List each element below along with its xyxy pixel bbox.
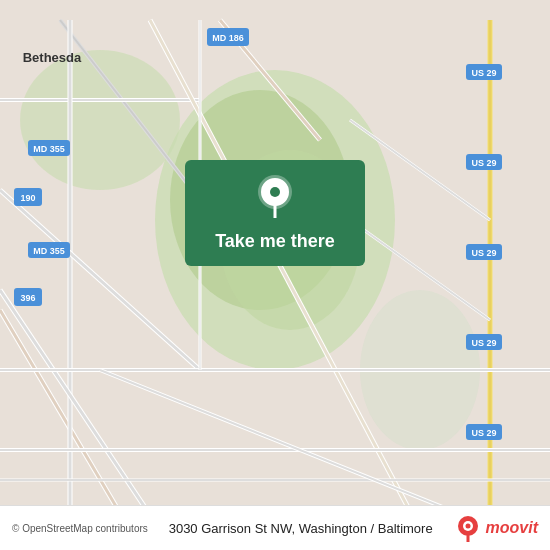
location-pin-icon — [257, 174, 293, 218]
svg-text:396: 396 — [20, 293, 35, 303]
moovit-label: moovit — [486, 519, 538, 537]
svg-text:Bethesda: Bethesda — [23, 50, 82, 65]
map-background: MD 186 US 29 US 29 US 29 US 29 US 29 MD … — [0, 0, 550, 550]
bottom-bar: © OpenStreetMap contributors 3030 Garris… — [0, 505, 550, 550]
svg-text:US 29: US 29 — [471, 248, 496, 258]
moovit-logo: moovit — [454, 514, 538, 542]
svg-text:US 29: US 29 — [471, 158, 496, 168]
svg-text:MD 355: MD 355 — [33, 246, 65, 256]
svg-text:US 29: US 29 — [471, 68, 496, 78]
pin-icon-area — [257, 160, 293, 225]
svg-text:MD 355: MD 355 — [33, 144, 65, 154]
svg-text:MD 186: MD 186 — [212, 33, 244, 43]
address-text: 3030 Garrison St NW, Washington / Baltim… — [148, 521, 454, 536]
take-me-there-container: Take me there — [185, 160, 365, 266]
moovit-icon — [454, 514, 482, 542]
svg-text:190: 190 — [20, 193, 35, 203]
svg-text:US 29: US 29 — [471, 428, 496, 438]
button-text: Take me there — [195, 225, 355, 266]
map-container: MD 186 US 29 US 29 US 29 US 29 US 29 MD … — [0, 0, 550, 550]
svg-point-64 — [465, 524, 470, 529]
take-me-there-button[interactable]: Take me there — [185, 160, 365, 266]
attribution-text: © OpenStreetMap contributors — [12, 523, 148, 534]
svg-point-61 — [270, 187, 280, 197]
svg-text:US 29: US 29 — [471, 338, 496, 348]
